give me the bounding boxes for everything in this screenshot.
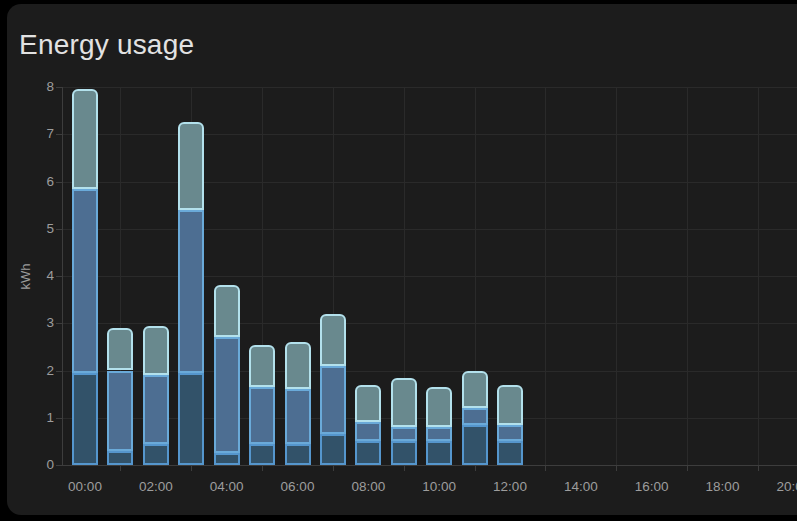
bar-segment-bottom-stack-02:00[interactable] bbox=[143, 444, 169, 465]
bar-segment-middle-stack-12:00[interactable] bbox=[497, 425, 523, 442]
bar-segment-bottom-stack-08:00[interactable] bbox=[355, 441, 381, 465]
bar-segment-bottom-stack-06:00[interactable] bbox=[285, 444, 311, 465]
bar-segment-middle-stack-11:00[interactable] bbox=[462, 408, 488, 425]
bar-segment-middle-stack-09:00[interactable] bbox=[391, 427, 417, 441]
bar-segment-top-stack-11:00[interactable] bbox=[462, 371, 488, 409]
x-tick-label: 18:00 bbox=[706, 480, 740, 494]
x-tick-label: 20:00 bbox=[776, 480, 797, 494]
y-tick-label: 8 bbox=[20, 80, 54, 94]
bar-segment-middle-stack-07:00[interactable] bbox=[320, 366, 346, 435]
x-tick-label: 10:00 bbox=[422, 480, 456, 494]
page: Energy usage kWh 01234567800:0002:0004:0… bbox=[0, 0, 797, 521]
x-tick-label: 00:00 bbox=[68, 480, 102, 494]
bar-segment-bottom-stack-07:00[interactable] bbox=[320, 434, 346, 465]
x-axis-tick bbox=[758, 466, 759, 471]
bar-segment-middle-stack-06:00[interactable] bbox=[285, 389, 311, 443]
y-tick-label: 5 bbox=[20, 222, 54, 236]
bar-segment-top-stack-05:00[interactable] bbox=[249, 345, 275, 388]
x-tick-label: 14:00 bbox=[564, 480, 598, 494]
y-tick-label: 3 bbox=[20, 317, 54, 331]
bar-segment-top-stack-10:00[interactable] bbox=[426, 387, 452, 427]
x-tick-label: 04:00 bbox=[210, 480, 244, 494]
bar-segment-middle-stack-04:00[interactable] bbox=[214, 337, 240, 453]
x-tick-label: 08:00 bbox=[351, 480, 385, 494]
x-axis-tick bbox=[545, 466, 546, 471]
bar-segment-middle-stack-10:00[interactable] bbox=[426, 427, 452, 441]
bar-segment-bottom-stack-09:00[interactable] bbox=[391, 441, 417, 465]
energy-usage-chart: 01234567800:0002:0004:0006:0008:0010:001… bbox=[0, 0, 797, 521]
x-axis-tick bbox=[404, 466, 405, 471]
y-tick-label: 1 bbox=[20, 411, 54, 425]
y-tick-label: 2 bbox=[20, 364, 54, 378]
x-axis-tick bbox=[687, 466, 688, 471]
bar-segment-bottom-stack-11:00[interactable] bbox=[462, 425, 488, 465]
bar-segment-top-stack-06:00[interactable] bbox=[285, 342, 311, 389]
x-axis-tick bbox=[191, 466, 192, 471]
x-axis-tick bbox=[475, 466, 476, 471]
bar-segment-bottom-stack-05:00[interactable] bbox=[249, 444, 275, 465]
bar-segment-bottom-stack-01:00[interactable] bbox=[107, 451, 133, 465]
y-tick-label: 0 bbox=[20, 458, 54, 472]
bar-segment-top-stack-03:00[interactable] bbox=[178, 122, 204, 209]
x-tick-label: 12:00 bbox=[493, 480, 527, 494]
bar-segment-bottom-stack-00:00[interactable] bbox=[72, 373, 98, 465]
x-axis-tick bbox=[120, 466, 121, 471]
grid-vertical-line bbox=[687, 87, 688, 465]
bar-segment-top-stack-08:00[interactable] bbox=[355, 385, 381, 423]
y-axis-line bbox=[62, 87, 63, 466]
bar-segment-bottom-stack-10:00[interactable] bbox=[426, 441, 452, 465]
y-tick-label: 4 bbox=[20, 269, 54, 283]
x-axis-tick bbox=[616, 466, 617, 471]
bar-segment-top-stack-04:00[interactable] bbox=[214, 285, 240, 337]
y-tick-label: 6 bbox=[20, 175, 54, 189]
bar-segment-top-stack-02:00[interactable] bbox=[143, 326, 169, 376]
bar-segment-top-stack-12:00[interactable] bbox=[497, 385, 523, 425]
bar-segment-middle-stack-00:00[interactable] bbox=[72, 189, 98, 373]
bar-segment-top-stack-09:00[interactable] bbox=[391, 378, 417, 428]
x-axis-tick bbox=[333, 466, 334, 471]
grid-vertical-line bbox=[758, 87, 759, 465]
bar-segment-middle-stack-03:00[interactable] bbox=[178, 210, 204, 373]
x-tick-label: 16:00 bbox=[635, 480, 669, 494]
bar-segment-bottom-stack-03:00[interactable] bbox=[178, 373, 204, 465]
bar-segment-middle-stack-05:00[interactable] bbox=[249, 387, 275, 444]
bar-segment-top-stack-00:00[interactable] bbox=[72, 89, 98, 188]
grid-vertical-line bbox=[545, 87, 546, 465]
bar-segment-top-stack-07:00[interactable] bbox=[320, 314, 346, 366]
bar-segment-bottom-stack-12:00[interactable] bbox=[497, 441, 523, 465]
x-tick-label: 06:00 bbox=[281, 480, 315, 494]
x-axis-tick bbox=[262, 466, 263, 471]
bar-segment-middle-stack-08:00[interactable] bbox=[355, 422, 381, 441]
grid-vertical-line bbox=[616, 87, 617, 465]
bar-segment-bottom-stack-04:00[interactable] bbox=[214, 453, 240, 465]
bar-segment-middle-stack-01:00[interactable] bbox=[107, 371, 133, 451]
y-tick-label: 7 bbox=[20, 128, 54, 142]
x-tick-label: 02:00 bbox=[139, 480, 173, 494]
x-axis-line bbox=[62, 465, 797, 466]
bar-segment-top-stack-01:00[interactable] bbox=[107, 328, 133, 371]
bar-segment-middle-stack-02:00[interactable] bbox=[143, 375, 169, 444]
